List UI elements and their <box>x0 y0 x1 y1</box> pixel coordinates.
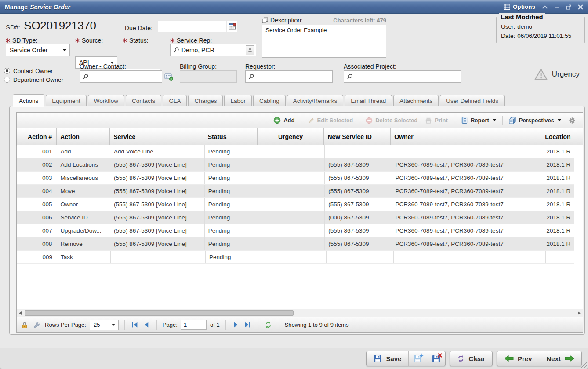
tab-contacts[interactable]: Contacts <box>126 95 161 106</box>
cell-action: Owner <box>57 198 110 211</box>
sd-type-select[interactable]: Service Order <box>6 44 70 56</box>
tab-charges[interactable]: Charges <box>188 95 223 106</box>
scroll-right-button[interactable] <box>576 309 583 317</box>
refresh-button[interactable] <box>264 320 273 329</box>
table-row[interactable]: 002Add Locations(555) 867-5309 [Voice Li… <box>17 158 574 172</box>
scroll-left-button[interactable] <box>17 309 24 317</box>
cell-urgency <box>258 224 325 237</box>
column-header-service[interactable]: Service <box>110 128 204 145</box>
prev-button[interactable]: Prev <box>497 351 539 366</box>
table-row[interactable]: 007Upgrade/Dow...(555) 867-5309 [Voice L… <box>17 224 574 237</box>
associated-project-label: Associated Project: <box>344 63 396 70</box>
save-button[interactable]: Save <box>367 351 408 366</box>
prev-page-button[interactable] <box>142 321 151 329</box>
next-page-button[interactable] <box>232 321 240 329</box>
edit-icon <box>308 117 315 124</box>
prev-icon <box>504 355 514 362</box>
report-button[interactable]: Report <box>458 115 499 125</box>
close-button[interactable] <box>578 4 583 10</box>
associated-project-input[interactable] <box>344 70 461 83</box>
rows-per-page-select[interactable]: 25 <box>90 320 119 330</box>
prev-next-button-group: Prev Next <box>497 351 582 366</box>
column-header-owner[interactable]: Owner <box>391 128 541 145</box>
source-label: Source: <box>75 37 103 44</box>
service-rep-input[interactable]: Demo, PCR <box>170 44 256 56</box>
edit-selected-button[interactable]: Edit Selected <box>305 116 356 125</box>
cell-nsid <box>327 251 394 263</box>
column-header-action[interactable]: Action <box>57 128 110 145</box>
tab-workflow[interactable]: Workflow <box>88 95 124 106</box>
maximize-button[interactable] <box>566 4 571 10</box>
last-modified-date: Date:06/06/2019 11:01:55 <box>501 31 580 40</box>
service-rep-picker-button[interactable] <box>246 45 254 55</box>
perspectives-button[interactable]: Perspectives <box>506 115 564 125</box>
add-contact-button[interactable] <box>164 72 173 81</box>
column-header-urgency[interactable]: Urgency <box>258 128 324 145</box>
cell-owner <box>392 145 543 158</box>
column-header-status[interactable]: Status <box>204 128 258 145</box>
requestor-label: Requestor: <box>245 63 275 70</box>
requestor-input[interactable] <box>245 70 333 83</box>
due-date-input[interactable] <box>158 21 226 32</box>
clear-button-group: Clear <box>450 351 493 366</box>
urgency-indicator[interactable]: Urgency <box>534 68 580 80</box>
tab-attachments[interactable]: Attachments <box>393 95 439 106</box>
cell-action: Add Locations <box>57 158 110 171</box>
last-page-button[interactable] <box>243 321 252 329</box>
cell-status: Pending <box>205 237 258 250</box>
next-button[interactable]: Next <box>539 351 581 366</box>
clear-button[interactable]: Clear <box>450 351 492 366</box>
owner-contact-input[interactable] <box>80 70 162 83</box>
tab-labor[interactable]: Labor <box>224 95 252 106</box>
pager-summary: Showing 1 to 9 of 9 items <box>285 322 349 328</box>
tab-gla[interactable]: GLA <box>163 95 187 106</box>
tab-email-thread[interactable]: Email Thread <box>345 95 392 106</box>
grid-tools-button[interactable] <box>33 321 41 329</box>
delete-selected-button[interactable]: Delete Selected <box>363 116 420 125</box>
cell-status: Pending <box>205 211 258 224</box>
department-owner-radio[interactable]: Department Owner <box>4 75 63 84</box>
first-page-button[interactable] <box>131 321 139 329</box>
table-row[interactable]: 005Owner(555) 867-5309 [Voice Line]Pendi… <box>17 198 574 211</box>
print-button[interactable]: Print <box>422 116 450 125</box>
tab-cabling[interactable]: Cabling <box>253 95 286 106</box>
tab-actions[interactable]: Actions <box>13 94 44 107</box>
last-modified-box: Last Modified User:demo Date:06/06/2019 … <box>496 17 585 43</box>
column-header-action[interactable]: Action # <box>17 128 57 145</box>
table-row[interactable]: 008Remove(555) 867-5309 [Voice Line]Pend… <box>17 237 574 251</box>
grid-settings-button[interactable] <box>566 116 578 125</box>
scrollbar-thumb[interactable] <box>25 310 294 316</box>
popup-icon[interactable] <box>262 17 268 23</box>
tab-user-defined-fields[interactable]: User Defined Fields <box>440 95 505 106</box>
column-header-location[interactable]: Location <box>541 128 574 145</box>
save-and-new-button[interactable] <box>408 351 427 366</box>
minimize-button[interactable] <box>554 5 559 9</box>
column-header-new-service-id[interactable]: New Service ID <box>324 128 391 145</box>
page-input[interactable]: 1 <box>181 320 207 330</box>
collapse-button[interactable] <box>542 5 548 9</box>
tab-equipment[interactable]: Equipment <box>46 95 87 106</box>
save-and-close-button[interactable] <box>427 351 445 366</box>
characters-left: Characters left: 479 <box>333 17 386 24</box>
lock-button[interactable] <box>20 321 29 329</box>
tab-activity-remarks[interactable]: Activity/Remarks <box>287 95 344 106</box>
add-button[interactable]: Add <box>271 115 297 125</box>
contact-owner-radio[interactable]: Contact Owner <box>4 66 63 75</box>
chevron-down-icon <box>493 119 496 121</box>
table-row[interactable]: 006Service ID(555) 867-5309 [Voice Line]… <box>17 211 574 224</box>
table-row[interactable]: 003Miscellaneous(555) 867-5309 [Voice Li… <box>17 172 574 185</box>
calendar-button[interactable] <box>227 21 237 32</box>
table-row[interactable]: 004Move(555) 867-5309 [Voice Line]Pendin… <box>17 185 574 198</box>
cell-owner: PCR360-7089-test7, PCR360-7089-test7 <box>392 185 543 197</box>
cell-owner: PCR360-7089-test7, PCR360-7089-test7 <box>392 224 543 237</box>
horizontal-scrollbar[interactable] <box>17 309 583 317</box>
wrench-icon <box>33 322 40 329</box>
expand-icon <box>566 4 571 10</box>
cell-location: 2018.1 R <box>543 145 574 158</box>
cell-urgency <box>258 145 325 158</box>
cell-action: Move <box>57 185 110 197</box>
table-row[interactable]: 001AddAdd Voice LinePending2018.1 R <box>17 145 574 158</box>
table-row[interactable]: 009TaskPending <box>17 251 574 264</box>
description-textarea[interactable]: Service Order Example <box>262 25 386 58</box>
options-button[interactable]: Options <box>504 4 535 10</box>
